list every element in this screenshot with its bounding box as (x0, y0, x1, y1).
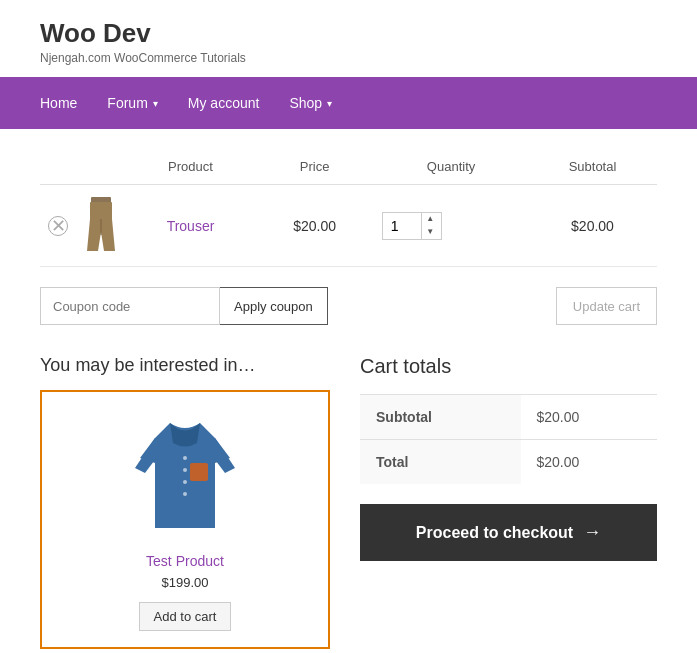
update-cart-button[interactable]: Update cart (556, 287, 657, 325)
shop-chevron-icon: ▾ (327, 98, 332, 109)
shirt-image (125, 408, 245, 538)
nav-home[interactable]: Home (40, 95, 77, 111)
interested-title: You may be interested in… (40, 355, 330, 376)
main-nav: Home Forum ▾ My account Shop ▾ (0, 77, 697, 129)
col-header-product: Product (126, 149, 255, 185)
quantity-arrows: ▲ ▼ (421, 213, 438, 239)
product-subtotal: $20.00 (528, 185, 657, 267)
product-price: $20.00 (255, 185, 374, 267)
add-to-cart-button[interactable]: Add to cart (139, 602, 232, 631)
subtotal-row: Subtotal $20.00 (360, 395, 657, 440)
two-col-section: You may be interested in… (40, 355, 657, 649)
nav-shop[interactable]: Shop ▾ (289, 95, 332, 111)
site-header: Woo Dev Njengah.com WooCommerce Tutorial… (0, 0, 697, 77)
cart-item-row: ✕ Trouser $20.00 (40, 185, 657, 267)
cart-table: Product Price Quantity Subtotal ✕ (40, 149, 657, 267)
col-header-quantity: Quantity (374, 149, 528, 185)
subtotal-label: Subtotal (360, 395, 521, 440)
interested-section: You may be interested in… (40, 355, 330, 649)
main-content: Product Price Quantity Subtotal ✕ (0, 129, 697, 653)
coupon-input[interactable] (40, 287, 220, 325)
checkout-label: Proceed to checkout (416, 524, 573, 542)
checkout-arrow-icon: → (583, 522, 601, 543)
total-row: Total $20.00 (360, 440, 657, 485)
total-value: $20.00 (521, 440, 658, 485)
product-card-price: $199.00 (58, 575, 312, 590)
trouser-image (85, 197, 117, 251)
subtotal-value: $20.00 (521, 395, 658, 440)
quantity-input[interactable] (383, 213, 421, 239)
svg-point-7 (183, 492, 187, 496)
site-title: Woo Dev (40, 18, 657, 49)
col-header-subtotal: Subtotal (528, 149, 657, 185)
svg-point-5 (183, 468, 187, 472)
col-header-price: Price (255, 149, 374, 185)
svg-point-4 (183, 456, 187, 460)
apply-coupon-button[interactable]: Apply coupon (220, 287, 328, 325)
cart-totals-title: Cart totals (360, 355, 657, 378)
site-subtitle: Njengah.com WooCommerce Tutorials (40, 51, 657, 65)
forum-chevron-icon: ▾ (153, 98, 158, 109)
checkout-button[interactable]: Proceed to checkout → (360, 504, 657, 561)
product-image (58, 408, 312, 541)
product-name-link[interactable]: Trouser (167, 218, 215, 234)
totals-table: Subtotal $20.00 Total $20.00 (360, 394, 657, 484)
quantity-up-arrow[interactable]: ▲ (422, 213, 438, 226)
total-label: Total (360, 440, 521, 485)
remove-item-button[interactable]: ✕ (48, 216, 68, 236)
nav-forum[interactable]: Forum ▾ (107, 95, 157, 111)
product-card-name[interactable]: Test Product (58, 553, 312, 569)
quantity-stepper[interactable]: ▲ ▼ (382, 212, 442, 240)
nav-my-account[interactable]: My account (188, 95, 260, 111)
cart-totals-section: Cart totals Subtotal $20.00 Total $20.00… (360, 355, 657, 561)
coupon-row: Apply coupon Update cart (40, 287, 657, 325)
svg-rect-1 (90, 202, 112, 220)
svg-point-6 (183, 480, 187, 484)
product-card: Test Product $199.00 Add to cart (40, 390, 330, 649)
quantity-down-arrow[interactable]: ▼ (422, 226, 438, 239)
svg-rect-3 (190, 463, 208, 481)
